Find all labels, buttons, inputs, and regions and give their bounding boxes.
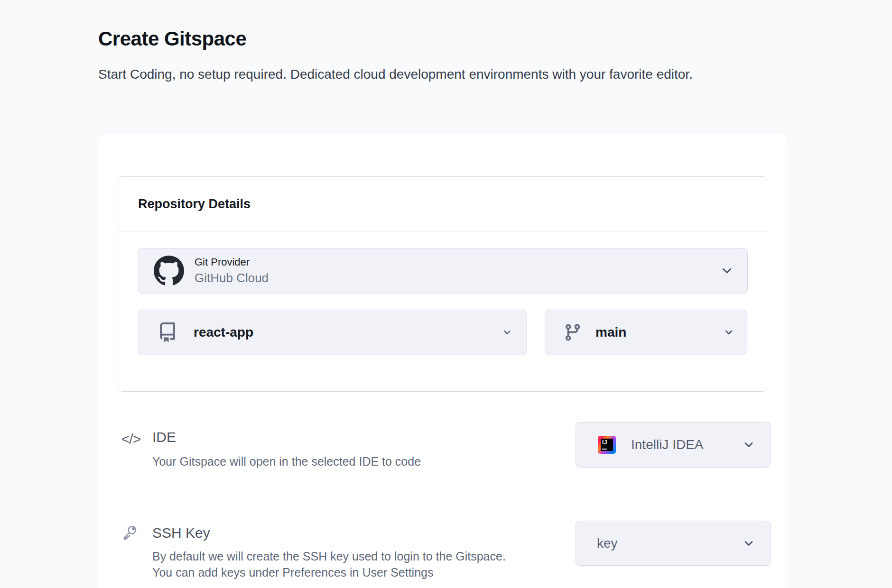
repository-value: react-app xyxy=(194,325,253,340)
code-icon: </> xyxy=(119,429,143,449)
ssh-key-value: key xyxy=(597,536,618,551)
chevron-down-icon xyxy=(502,327,512,338)
github-icon xyxy=(154,256,184,286)
git-provider-text: Git Provider GitHub Cloud xyxy=(195,256,269,285)
create-gitspace-form-card: Repository Details Git Provider GitHub C… xyxy=(98,134,788,588)
chevron-down-icon xyxy=(742,537,755,550)
git-branch-icon xyxy=(563,323,582,342)
ide-description: Your Gitspace will open in the selected … xyxy=(152,453,513,469)
git-provider-select[interactable]: Git Provider GitHub Cloud xyxy=(138,248,748,294)
ide-select[interactable]: IJ IntelliJ IDEA xyxy=(576,422,771,468)
repository-details-header: Repository Details xyxy=(118,177,767,231)
intellij-idea-icon: IJ xyxy=(598,436,616,454)
ssh-key-label: SSH Key xyxy=(152,525,210,541)
page-title: Create Gitspace xyxy=(98,28,246,50)
ssh-key-description-line2: You can add keys under Preferences in Us… xyxy=(152,564,541,580)
branch-value: main xyxy=(595,325,626,340)
repository-select[interactable]: react-app xyxy=(138,310,527,355)
ssh-key-description-line1: By default we will create the SSH key us… xyxy=(152,548,541,564)
chevron-down-icon xyxy=(742,438,755,451)
git-provider-label: Git Provider xyxy=(195,256,269,268)
key-icon xyxy=(118,523,140,543)
ide-value: IntelliJ IDEA xyxy=(631,437,704,452)
repo-icon xyxy=(158,322,177,342)
chevron-down-icon xyxy=(723,327,734,338)
repository-details-title: Repository Details xyxy=(138,197,251,211)
ssh-key-description: By default we will create the SSH key us… xyxy=(152,548,541,580)
branch-select[interactable]: main xyxy=(545,310,747,355)
chevron-down-icon xyxy=(720,264,734,278)
ssh-key-select[interactable]: key xyxy=(576,521,771,566)
repository-details-card: Repository Details Git Provider GitHub C… xyxy=(118,176,767,392)
ide-label: IDE xyxy=(152,429,176,445)
page-subtitle: Start Coding, no setup required. Dedicat… xyxy=(98,64,762,84)
git-provider-value: GitHub Cloud xyxy=(195,271,269,285)
